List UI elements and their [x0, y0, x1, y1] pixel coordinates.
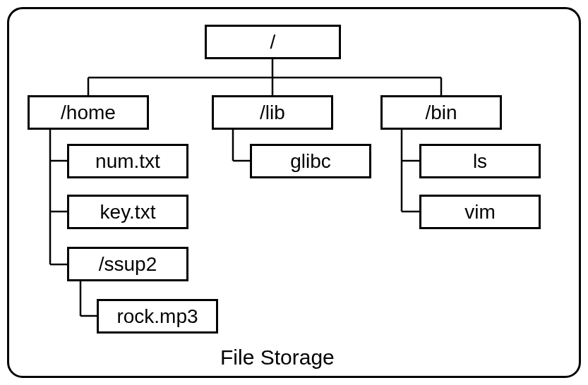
node-num-txt: num.txt — [67, 144, 188, 178]
node-ls: ls — [419, 144, 541, 178]
node-label: rock.mp3 — [116, 305, 198, 328]
node-label: num.txt — [95, 150, 160, 173]
node-label: /bin — [425, 102, 457, 124]
node-home: /home — [28, 95, 149, 130]
node-rock-mp3: rock.mp3 — [97, 299, 218, 334]
node-label: glibc — [290, 150, 331, 173]
node-bin: /bin — [380, 95, 502, 130]
node-label: key.txt — [100, 201, 156, 224]
node-key-txt: key.txt — [67, 195, 188, 229]
node-label: / — [270, 31, 276, 54]
node-ssup2: /ssup2 — [67, 247, 188, 281]
node-label: ls — [473, 150, 487, 173]
node-label: /ssup2 — [99, 253, 157, 276]
node-glibc: glibc — [250, 144, 371, 178]
node-vim: vim — [419, 195, 541, 229]
node-root: / — [205, 25, 341, 59]
diagram-title: File Storage — [220, 346, 335, 369]
node-label: /home — [61, 102, 116, 124]
node-label: /lib — [260, 102, 285, 124]
node-label: vim — [464, 201, 496, 224]
node-lib: /lib — [212, 95, 333, 130]
diagram-frame — [7, 7, 581, 378]
